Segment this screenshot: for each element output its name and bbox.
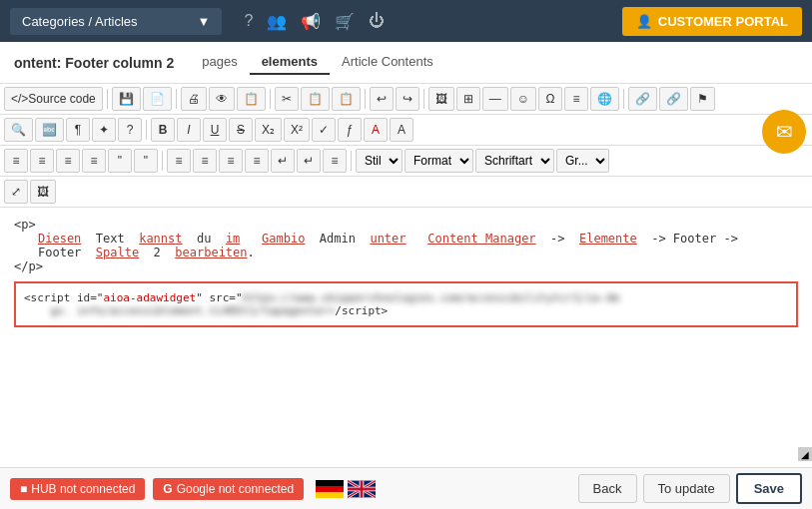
power-icon[interactable]: ⏻	[369, 12, 385, 30]
quote2-button[interactable]: "	[134, 149, 158, 173]
special-char-button[interactable]: Ω	[538, 87, 562, 111]
help-icon[interactable]: ?	[244, 12, 253, 30]
align-right-button[interactable]: ≡	[219, 149, 243, 173]
font-size-select[interactable]: Gr...	[556, 149, 609, 173]
nav-icon-group: ? 👥 📢 🛒 ⏻	[244, 12, 385, 31]
outdent-button[interactable]: ≡	[82, 149, 106, 173]
anchor-button[interactable]: ⚑	[690, 87, 715, 111]
find-button[interactable]: 🔍	[4, 118, 33, 142]
code-content-area[interactable]: <p> Diesen Text kannst du im Gambio Admi…	[0, 208, 812, 367]
back-button[interactable]: Back	[578, 474, 637, 503]
separator	[365, 89, 366, 109]
save-doc-button[interactable]: 💾	[112, 87, 141, 111]
line-height-button[interactable]: ≡	[323, 149, 347, 173]
para-button[interactable]: ¶	[66, 118, 90, 142]
subscript-button[interactable]: X₂	[255, 118, 282, 142]
uk-flag-icon[interactable]	[348, 480, 376, 498]
google-icon: G	[163, 482, 172, 496]
italic-button[interactable]: I	[177, 118, 201, 142]
paste-button[interactable]: 📋	[332, 87, 361, 111]
unlink-button[interactable]: 🔗	[659, 87, 688, 111]
chevron-down-icon: ▼	[198, 14, 211, 29]
link-spalte: Spalte	[96, 246, 139, 259]
page-title: ontent: Footer column 2	[14, 55, 174, 71]
tab-elements[interactable]: elements	[250, 50, 330, 75]
list-button[interactable]: ≡	[4, 149, 28, 173]
tab-pages[interactable]: pages	[190, 50, 249, 75]
dropdown-label: Categories / Articles	[22, 14, 138, 29]
to-update-button[interactable]: To update	[643, 474, 730, 503]
save-button[interactable]: Save	[736, 473, 802, 504]
print-button[interactable]: 🖨	[181, 87, 207, 111]
bold-button[interactable]: B	[151, 118, 175, 142]
table-button[interactable]: ⊞	[456, 87, 480, 111]
align-left-button[interactable]: ≡	[167, 149, 191, 173]
align-justify-button[interactable]: ≡	[245, 149, 269, 173]
style-select[interactable]: Stil	[356, 149, 403, 173]
customer-portal-button[interactable]: 👤 CUSTOMER PORTAL	[622, 7, 802, 36]
view-button[interactable]: 🖼	[30, 180, 56, 204]
top-navigation: Categories / Articles ▼ ? 👥 📢 🛒 ⏻ 👤 CUST…	[0, 0, 812, 42]
help2-button[interactable]: ?	[118, 118, 142, 142]
script-open: <script id="aioa-adawidget" src="	[24, 291, 243, 304]
separator	[176, 89, 177, 109]
templates-button[interactable]: 📋	[237, 87, 266, 111]
find2-button[interactable]: 🔤	[35, 118, 64, 142]
separator	[623, 89, 624, 109]
align-center-button[interactable]: ≡	[193, 149, 217, 173]
globe-button[interactable]: 🌐	[590, 87, 619, 111]
hr-button[interactable]: —	[482, 87, 508, 111]
style-button[interactable]: ✦	[92, 118, 116, 142]
template2-button[interactable]: ≡	[564, 87, 588, 111]
superscript-button[interactable]: X²	[284, 118, 310, 142]
code-paragraph-open: <p>	[14, 218, 798, 232]
script-mid-blurred: gv. info/accessiblement.ti485t1/tapagent…	[24, 304, 335, 317]
undo-button[interactable]: ↩	[370, 87, 394, 111]
link-gambio: Gambio	[262, 232, 305, 246]
category-dropdown[interactable]: Categories / Articles ▼	[10, 8, 222, 35]
copy-button[interactable]: 📋	[301, 87, 330, 111]
message-float-icon[interactable]: ✉	[762, 110, 806, 154]
preview-button[interactable]: 👁	[209, 87, 235, 111]
german-flag-icon[interactable]	[316, 480, 344, 498]
emoji-button[interactable]: ☺	[510, 87, 536, 111]
fullscreen-button[interactable]: ⤢	[4, 180, 28, 204]
underline-button[interactable]: U	[203, 118, 227, 142]
image-button[interactable]: 🖼	[428, 87, 454, 111]
toolbar-row-1: </> Source code 💾 📄 🖨 👁 📋 ✂ 📋 📋 ↩ ↪ 🖼 ⊞ …	[0, 84, 812, 115]
format-select[interactable]: Format	[405, 149, 473, 173]
link-bearbeiten: bearbeiten	[175, 246, 247, 259]
list2-button[interactable]: ≡	[30, 149, 54, 173]
font-family-select[interactable]: Schriftart	[475, 149, 554, 173]
resize-handle[interactable]: ◢	[798, 447, 812, 461]
users-icon[interactable]: 👥	[267, 12, 287, 31]
toolbar-row-2: 🔍 🔤 ¶ ✦ ? B I U S X₂ X² ✓ ƒ A A	[0, 115, 812, 146]
megaphone-icon[interactable]: 📢	[301, 12, 321, 31]
content-header: ontent: Footer column 2 pages elements A…	[0, 42, 812, 84]
function-button[interactable]: ƒ	[338, 118, 362, 142]
link-button[interactable]: 🔗	[628, 87, 657, 111]
redo-button[interactable]: ↪	[396, 87, 419, 111]
new-doc-button[interactable]: 📄	[143, 87, 172, 111]
rtl-button[interactable]: ↵	[297, 149, 321, 173]
separator	[270, 89, 271, 109]
separator	[146, 120, 147, 140]
svg-rect-0	[316, 480, 344, 486]
cut-button[interactable]: ✂	[275, 87, 299, 111]
link-elemente: Elemente	[579, 232, 637, 246]
cart-icon[interactable]: 🛒	[335, 12, 355, 31]
script-close: /script>	[335, 304, 388, 317]
hub-status-badge: ■ HUB not connected	[10, 478, 145, 500]
hub-icon: ■	[20, 482, 27, 496]
source-code-button[interactable]: </> Source code	[4, 87, 103, 111]
code-icon: </>	[11, 92, 28, 106]
quote-button[interactable]: "	[108, 149, 132, 173]
strikethrough-button[interactable]: S	[229, 118, 253, 142]
indent-button[interactable]: ≡	[56, 149, 80, 173]
ltr-button[interactable]: ↵	[271, 149, 295, 173]
code-footer-line: Footer Spalte 2 bearbeiten.	[14, 246, 798, 259]
highlight-button[interactable]: A	[390, 118, 413, 142]
tab-article-contents[interactable]: Article Contents	[330, 50, 445, 75]
font-color-button[interactable]: A	[364, 118, 388, 142]
check-button[interactable]: ✓	[312, 118, 336, 142]
